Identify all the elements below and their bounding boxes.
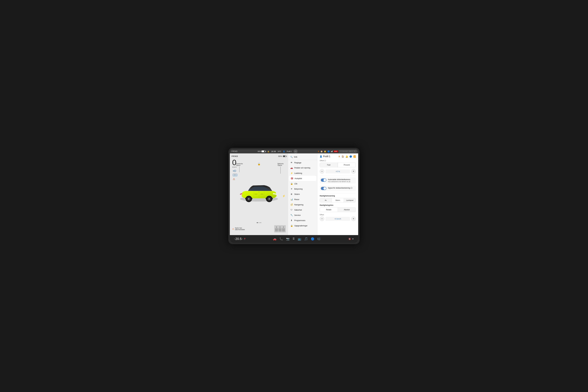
- blind-spot-title: Signal för doldavinkelvärning ⓘ: [328, 187, 355, 189]
- apps-icon[interactable]: ⠿: [292, 237, 295, 241]
- bottom-nav: ‹ 20.5 › 🚗 ⏱ 🚗 📞 📷 ⠿ 📺 🎵 🔵 🎼 🔇: [230, 235, 358, 243]
- rear-door-label: Baklucka Öppna: [278, 163, 284, 174]
- las-icon: 🔒: [290, 182, 293, 185]
- offset-label: Offset ⓘ: [320, 160, 356, 162]
- top-bar-center: 66% 🔒 16:36 14°C 👤 Profil 1 IMG: [258, 149, 298, 154]
- airbag-badge: PASSENGER AIRBAG ON: [339, 150, 356, 152]
- divider-1: [320, 176, 356, 176]
- svg-rect-4: [255, 194, 258, 194]
- menu-item-autopilot[interactable]: 🎯 Autopilot: [289, 176, 316, 181]
- middle-panel: 🔍 Sök 👁 Reglage 🚗 Pedaler och styrning ⚡…: [288, 154, 317, 235]
- offset-kmh-stepper: − +0 km/h +: [320, 216, 356, 221]
- search-text: Sök: [294, 156, 297, 158]
- speed-warning-title: Hastighetsvarning: [320, 195, 356, 197]
- camera-icon[interactable]: 📷: [286, 237, 290, 241]
- skarm-icon: 🖥: [290, 193, 293, 195]
- bottom-nav-right: 🔇 ✕: [348, 238, 354, 240]
- deadzone-camera-toggle[interactable]: [321, 178, 326, 182]
- sos-badge[interactable]: SOS: [334, 150, 338, 152]
- chevron-right[interactable]: ›: [242, 238, 243, 240]
- speed-relativ-btn[interactable]: Relativ: [320, 208, 338, 212]
- profile-top: Profil 1: [287, 150, 292, 152]
- temp-display: 14°C: [278, 150, 281, 152]
- home-icon[interactable]: 🏠: [342, 155, 344, 158]
- menu-item-uppgraderingar[interactable]: 🔒 Uppgraderingar: [288, 223, 317, 228]
- download-profile-icon[interactable]: ⬇: [338, 155, 340, 158]
- battery-fill: [262, 151, 264, 152]
- decrease-btn[interactable]: −: [320, 169, 324, 174]
- svg-point-11: [268, 198, 270, 200]
- programvara-icon: ⬇: [290, 219, 293, 222]
- seatbelt-text: Spänn fast säkerhetsbältet: [235, 227, 245, 230]
- warning-icon: ⚠: [232, 228, 234, 230]
- signal-icon[interactable]: 📶: [353, 155, 356, 158]
- speed-bottom: 20.5: [236, 237, 242, 241]
- procent-button[interactable]: Procent: [338, 163, 356, 167]
- bluetooth-icon[interactable]: 🔵: [350, 155, 352, 158]
- divider-2: [320, 193, 356, 194]
- phone-icon[interactable]: 📞: [280, 237, 283, 241]
- deadzone-camera-toggle-row: Automatisk dödvinkelkamera Visa sidokame…: [320, 177, 356, 184]
- offset-kmh-label: Offset: [320, 214, 356, 216]
- laddning-icon: ⚡: [290, 172, 293, 174]
- dot-3[interactable]: [260, 222, 261, 223]
- bottom-nav-left: ‹ 20.5 › 🚗 ⏱: [234, 237, 246, 241]
- profile-name-display: 👤 Profil 1: [320, 155, 330, 158]
- menu-item-navigering[interactable]: 🧭 Navigering: [288, 202, 317, 207]
- offset-stepper: − +0 % +: [320, 169, 356, 174]
- top-bar-right: ⬇ 🏠 🔔 🔵 SOS PASSENGER AIRBAG ON: [318, 150, 356, 152]
- search-icon: 🔍: [290, 156, 293, 158]
- speed-warning-skarm[interactable]: Skärm: [332, 198, 344, 202]
- svg-rect-16: [282, 228, 285, 232]
- menu-item-reglage[interactable]: 👁 Reglage: [288, 160, 317, 165]
- menu-item-laddning[interactable]: ⚡ Laddning: [288, 170, 317, 176]
- screen-outer: PRND 66% 🔒 16:36 14°C 👤 Profil 1 IMG: [228, 148, 360, 244]
- car-nav-icon[interactable]: 🚗: [273, 237, 276, 241]
- menu-item-service[interactable]: 🔧 Service: [288, 212, 317, 218]
- top-bar: PRND 66% 🔒 16:36 14°C 👤 Profil 1 IMG: [230, 149, 358, 154]
- deadzone-camera-title: Automatisk dödvinkelkamera: [328, 178, 355, 180]
- increase-btn[interactable]: +: [351, 169, 356, 174]
- car-area: Framlucka Öppna Baklucka Öppna 🔓 ⚡: [232, 162, 286, 222]
- music-icon[interactable]: 🎼: [317, 237, 321, 241]
- menu-item-skarm[interactable]: 🖥 Skärm: [288, 192, 317, 197]
- bell-icon[interactable]: 🔔: [346, 155, 348, 158]
- time-display: 16:36: [271, 150, 276, 152]
- screen: PRND 66% 🔒 16:36 14°C 👤 Profil 1 IMG: [230, 149, 358, 243]
- blind-spot-toggle-row: Signal för doldavinkelvärning ⓘ: [320, 186, 356, 191]
- volume-x-icon[interactable]: ✕: [352, 238, 354, 240]
- chevron-left[interactable]: ‹: [234, 238, 235, 240]
- unlock-icon: 🔓: [258, 162, 260, 166]
- search-bar[interactable]: 🔍 Sök: [288, 154, 317, 160]
- reglage-icon: 👁: [290, 162, 293, 164]
- decrease-kmh-btn[interactable]: −: [320, 216, 324, 221]
- menu-item-sakerhet[interactable]: 🛡 Säkerhet: [288, 207, 317, 212]
- speed-warning-ljud[interactable]: Ljudsignal: [344, 198, 356, 202]
- mute-icon[interactable]: 🔇: [348, 238, 351, 240]
- bottom-nav-icons: 🚗 📞 📷 ⠿ 📺 🎵 🔵 🎼: [273, 237, 321, 241]
- menu-item-belysning[interactable]: ☀ Belysning: [288, 186, 317, 192]
- menu-item-las[interactable]: 🔒 Lås: [288, 181, 317, 186]
- speed-warning-av[interactable]: Av: [320, 198, 332, 202]
- menu-item-pedaler[interactable]: 🚗 Pedaler och styrning: [288, 165, 317, 170]
- media-icon[interactable]: 📺: [298, 237, 301, 241]
- fast-button[interactable]: Fast: [320, 163, 338, 167]
- spotify-icon[interactable]: 🎵: [304, 237, 308, 241]
- prnd-bar: PRND 66%: [232, 155, 286, 157]
- bluetooth-nav-icon[interactable]: 🔵: [311, 237, 314, 241]
- speed-mode-group: Fast Procent: [320, 162, 356, 167]
- blind-spot-toggle[interactable]: [321, 187, 326, 190]
- prnd-display: PRND: [232, 150, 238, 152]
- menu-item-programvara[interactable]: ⬇ Programvara: [288, 218, 317, 223]
- dot-2[interactable]: [258, 222, 260, 223]
- dot-1[interactable]: [257, 222, 258, 223]
- speed-absolut-btn[interactable]: Absolut: [338, 208, 356, 212]
- svg-rect-5: [260, 194, 264, 194]
- increase-kmh-btn[interactable]: +: [351, 216, 356, 221]
- svg-rect-14: [275, 228, 278, 232]
- svg-point-19: [283, 226, 284, 228]
- autopilot-icon: 🎯: [290, 177, 293, 180]
- offset-value: +0 %: [326, 170, 350, 174]
- menu-item-resor[interactable]: 📊 Resor: [288, 197, 317, 202]
- navigering-icon: 🧭: [290, 204, 293, 206]
